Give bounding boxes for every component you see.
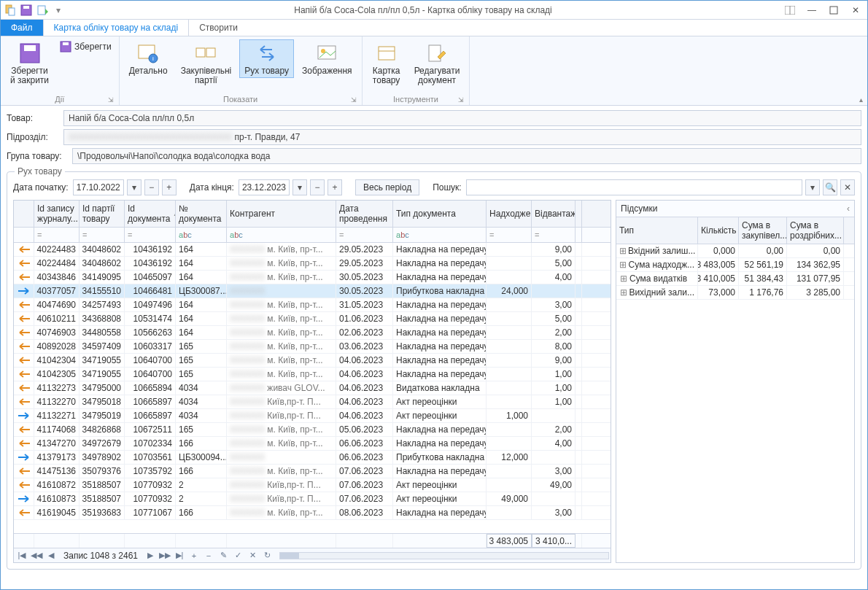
qat-customize-dropdown-icon[interactable]: ▾	[52, 4, 65, 17]
nav-remove[interactable]: −	[202, 550, 215, 562]
tab-card[interactable]: Картка обліку товару на складі	[43, 19, 190, 36]
table-row[interactable]: 402244833404860210436192164XXXXXX м. Киї…	[14, 243, 611, 257]
close-button[interactable]: ✕	[847, 4, 864, 17]
table-row[interactable]: 4161087335188507107709322XXXXXX Київ,пр-…	[14, 492, 611, 506]
tab-create[interactable]: Створити	[189, 20, 248, 36]
direction-icon	[14, 465, 34, 478]
table-row[interactable]: 4113227034795018106658974034XXXXXX Київ,…	[14, 395, 611, 409]
purchase-lots-button[interactable]: Закупівельні партії	[176, 39, 237, 88]
nav-accept[interactable]: ✓	[231, 550, 244, 562]
nav-edit[interactable]: ✎	[217, 550, 230, 562]
col-outgoing[interactable]: Відвантаження	[532, 201, 576, 227]
nav-cancel[interactable]: ✕	[246, 550, 259, 562]
product-card-button[interactable]: Картка товару	[367, 39, 406, 88]
col-journal-id[interactable]: Id запису журналу...	[34, 201, 80, 227]
table-row[interactable]: 403438463414909510465097164XXXXXX м. Киї…	[14, 271, 611, 284]
qat-paste-icon[interactable]	[4, 4, 17, 17]
col-doc-id[interactable]: Id документа ▲	[125, 201, 176, 227]
table-row[interactable]: 414751363507937610735792166XXXXXX м. Киї…	[14, 465, 611, 478]
product-field[interactable]: Напій б/а Coca-Cola пл/пл 0,5л	[63, 110, 861, 126]
nav-next[interactable]: ▶	[144, 550, 157, 562]
table-row[interactable]: 403770573415551010466481ЦБ300087...XXXXX…	[14, 284, 611, 298]
nav-prev[interactable]: ◀	[44, 550, 58, 562]
nav-prev-page[interactable]: ◀◀	[30, 550, 43, 562]
nav-last[interactable]: ▶|	[173, 550, 186, 562]
expand-icon[interactable]: ⊞	[619, 260, 627, 270]
summary-body[interactable]: ⊞Вхідний залиш...0,0000,000,00⊞Сума надх…	[616, 244, 854, 300]
summary-row[interactable]: ⊞Сума видатків3 410,00551 384,43131 077,…	[616, 272, 854, 286]
table-row[interactable]: 416190453519368310771067166XXXXXX м. Киї…	[14, 506, 611, 520]
table-row[interactable]: 404746903425749310497496164XXXXXX м. Киї…	[14, 298, 611, 312]
minimize-button[interactable]: —	[803, 4, 821, 17]
nav-refresh[interactable]: ↻	[260, 550, 274, 562]
nav-next-page[interactable]: ▶▶	[158, 550, 171, 562]
layout-toggle-icon[interactable]	[781, 4, 799, 17]
date-from-minus[interactable]: −	[144, 179, 159, 195]
scol-buy[interactable]: Сума в закупівел...	[739, 217, 787, 244]
scol-ret[interactable]: Сума в роздрібних...	[787, 217, 844, 244]
movement-icon	[255, 42, 279, 65]
collapse-ribbon-icon[interactable]: ▴	[859, 96, 863, 104]
nav-first[interactable]: |◀	[15, 550, 28, 562]
date-from-input[interactable]: 17.10.2022	[73, 179, 124, 195]
table-row[interactable]: 4113227334795000106658944034XXXXXX живач…	[14, 381, 611, 395]
col-doc-type[interactable]: Тип документа	[393, 201, 487, 227]
summary-row[interactable]: ⊞Сума надходж...3 483,00552 561,19134 36…	[616, 258, 854, 272]
qat-save-icon[interactable]	[20, 4, 33, 17]
table-row[interactable]: 410423053471905510640700165XXXXXX м. Киї…	[14, 368, 611, 381]
group-launcher-icon[interactable]: ⇲	[107, 96, 115, 104]
h-scrollbar[interactable]	[279, 552, 609, 559]
col-counterparty[interactable]: Контрагент	[227, 201, 336, 227]
table-row[interactable]: 410423043471905510640700165XXXXXX м. Киї…	[14, 354, 611, 368]
table-row[interactable]: 406102113436880810531474164XXXXXX м. Киї…	[14, 312, 611, 326]
detail-button[interactable]: i Детально	[124, 39, 173, 78]
movement-button[interactable]: Рух товару	[239, 39, 294, 78]
group-launcher-icon[interactable]: ⇲	[350, 96, 357, 104]
table-row[interactable]: 413791733497890210703561ЦБ300094...XXXXX…	[14, 451, 611, 465]
table-row[interactable]: 408920283459740910603317165XXXXXX м. Киї…	[14, 340, 611, 354]
table-row[interactable]: 4161087235188507107709322XXXXXX Київ,пр-…	[14, 478, 611, 492]
col-doc-no[interactable]: № документа	[176, 201, 227, 227]
save-and-close-button[interactable]: Зберегти й закрити	[5, 39, 54, 88]
collapse-summary-icon[interactable]: ‹	[847, 203, 850, 214]
tab-file[interactable]: Файл	[1, 20, 43, 36]
scol-type[interactable]: Тип	[616, 217, 698, 244]
edit-document-button[interactable]: Редагувати документ	[409, 39, 465, 88]
search-dropdown[interactable]: ▾	[805, 179, 820, 195]
scol-qty[interactable]: Кількість	[698, 217, 739, 244]
date-from-plus[interactable]: +	[162, 179, 177, 195]
product-group-field[interactable]: \Продовольчі\Напої\солодка вода\солодка …	[72, 148, 861, 164]
search-clear-icon[interactable]: ✕	[840, 179, 855, 195]
table-row[interactable]: 407469033448055810566263164XXXXXX м. Киї…	[14, 326, 611, 340]
date-to-plus[interactable]: +	[328, 179, 342, 195]
expand-icon[interactable]: ⊞	[619, 246, 627, 256]
ribbon-group-show: i Детально Закупівельні партії Рух товар…	[120, 36, 363, 105]
qat-new-icon[interactable]	[36, 4, 49, 17]
date-to-dropdown[interactable]: ▾	[292, 179, 307, 195]
col-incoming[interactable]: Надходження	[487, 201, 532, 227]
date-from-dropdown[interactable]: ▾	[127, 179, 142, 195]
department-field[interactable]: XXXXXXXXXXXXXXXXXXXXXXXXXXXX пр-т. Правд…	[63, 129, 861, 145]
search-go-icon[interactable]: 🔍	[823, 179, 837, 195]
maximize-button[interactable]	[825, 4, 842, 17]
summary-row[interactable]: ⊞Вхідний залиш...0,0000,000,00	[616, 244, 854, 258]
search-input[interactable]	[466, 179, 802, 195]
group-launcher-icon[interactable]: ⇲	[457, 96, 465, 104]
nav-add[interactable]: +	[187, 550, 201, 562]
image-button[interactable]: Зображення	[297, 39, 357, 78]
grid-filter-row[interactable]: = = = abc abc = abc = =	[14, 228, 611, 243]
table-row[interactable]: 4113227134795019106658974034XXXXXX Київ,…	[14, 409, 611, 423]
summary-row[interactable]: ⊞Вихідний зали...73,0001 176,763 285,00	[616, 286, 854, 300]
expand-icon[interactable]: ⊞	[619, 287, 627, 298]
table-row[interactable]: 402244843404860210436192164XXXXXX м. Киї…	[14, 257, 611, 271]
table-row[interactable]: 411740683482686810672511165XXXXXX м. Киї…	[14, 423, 611, 437]
col-date[interactable]: Дата проведення	[336, 201, 393, 227]
col-lot-id[interactable]: Id партії товару	[80, 201, 125, 227]
date-to-minus[interactable]: −	[310, 179, 325, 195]
expand-icon[interactable]: ⊞	[619, 273, 628, 284]
date-to-input[interactable]: 23.12.2023	[239, 179, 290, 195]
save-button[interactable]: Зберегти	[57, 39, 115, 54]
grid-body[interactable]: 402244833404860210436192164XXXXXX м. Киї…	[14, 243, 611, 533]
table-row[interactable]: 413472703497267910702334166XXXXXX м. Киї…	[14, 437, 611, 451]
full-period-button[interactable]: Весь період	[355, 179, 419, 195]
